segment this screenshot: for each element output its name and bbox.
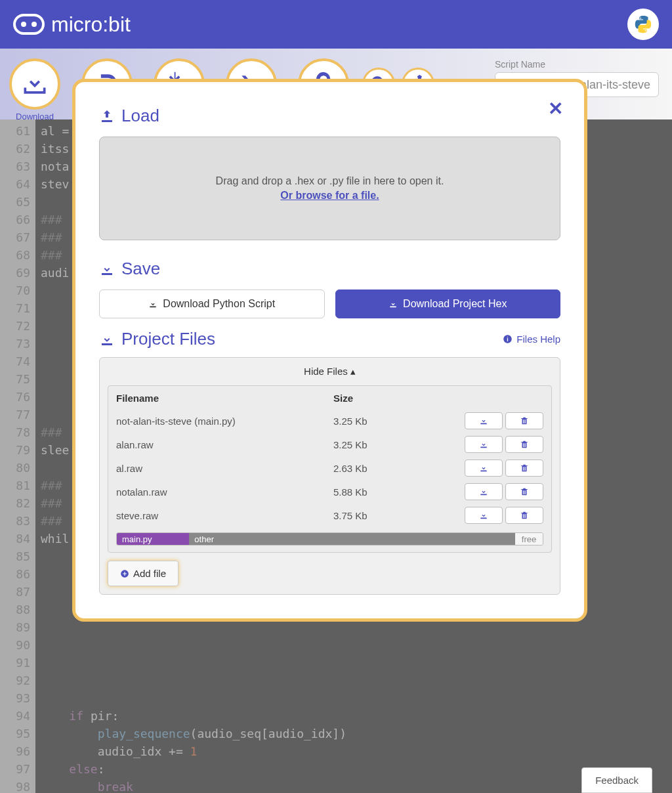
- file-name: al.raw: [116, 456, 333, 480]
- close-icon[interactable]: ✕: [548, 98, 563, 119]
- download-icon: [99, 261, 115, 277]
- file-name: notalan.raw: [116, 480, 333, 504]
- table-row: alan.raw3.25 Kb: [116, 433, 543, 456]
- table-row: steve.raw3.75 Kb: [116, 504, 543, 527]
- browse-link[interactable]: Or browse for a file.: [280, 190, 379, 202]
- logo[interactable]: micro:bit: [13, 12, 131, 37]
- info-icon: i: [503, 334, 513, 344]
- files-panel: Hide Files ▴ Filename Size not-alan-its-…: [99, 357, 560, 595]
- gutter: 6162636465666768697071727374757677787980…: [0, 119, 35, 793]
- svg-text:i: i: [507, 336, 509, 343]
- upload-icon: [99, 108, 115, 124]
- file-size: 3.25 Kb: [333, 433, 395, 456]
- download-icon: [99, 332, 115, 347]
- file-table: Filename Size not-alan-its-steve (main.p…: [116, 393, 543, 527]
- file-size: 2.63 Kb: [333, 456, 395, 480]
- col-size: Size: [333, 393, 395, 409]
- files-help-link[interactable]: i Files Help: [503, 333, 560, 345]
- delete-file-button[interactable]: [505, 436, 543, 453]
- brand-text: micro:bit: [51, 12, 131, 37]
- storage-main: main.py: [117, 533, 189, 545]
- col-filename: Filename: [116, 393, 333, 409]
- file-size: 3.75 Kb: [333, 504, 395, 527]
- table-row: notalan.raw5.88 Kb: [116, 480, 543, 504]
- delete-file-button[interactable]: [505, 460, 543, 477]
- download-icon: [388, 299, 398, 309]
- delete-file-button[interactable]: [505, 507, 543, 524]
- download-file-button[interactable]: [465, 483, 503, 500]
- load-save-modal: ✕ Load Drag and drop a .hex or .py file …: [72, 79, 587, 622]
- save-section-title: Save: [99, 259, 560, 279]
- script-name-label: Script Name: [495, 59, 659, 70]
- file-name: not-alan-its-steve (main.py): [116, 409, 333, 433]
- dropzone-text: Drag and drop a .hex or .py file in here…: [216, 175, 444, 187]
- download-file-button[interactable]: [465, 460, 503, 477]
- download-file-button[interactable]: [465, 412, 503, 429]
- download-file-button[interactable]: [465, 507, 503, 524]
- storage-bar: main.py other free: [116, 532, 543, 546]
- file-name: alan.raw: [116, 433, 333, 456]
- storage-free: free: [515, 533, 543, 545]
- python-icon[interactable]: [627, 9, 659, 40]
- project-files-title: Project Files: [99, 329, 215, 349]
- feedback-button[interactable]: Feedback: [581, 767, 652, 793]
- microbit-logo-icon: [13, 14, 45, 35]
- hide-files-toggle[interactable]: Hide Files ▴: [108, 366, 552, 377]
- add-file-button[interactable]: Add file: [108, 561, 178, 586]
- download-file-button[interactable]: [465, 436, 503, 453]
- plus-icon: [120, 569, 129, 578]
- table-row: al.raw2.63 Kb: [116, 456, 543, 480]
- download-hex-button[interactable]: Download Project Hex: [335, 289, 561, 318]
- download-icon: [148, 299, 158, 309]
- download-button[interactable]: Download: [9, 58, 60, 110]
- file-size: 5.88 Kb: [333, 480, 395, 504]
- storage-other: other: [189, 533, 515, 545]
- dropzone[interactable]: Drag and drop a .hex or .py file in here…: [99, 137, 560, 240]
- file-name: steve.raw: [116, 504, 333, 527]
- download-python-button[interactable]: Download Python Script: [99, 289, 325, 318]
- delete-file-button[interactable]: [505, 483, 543, 500]
- table-row: not-alan-its-steve (main.py)3.25 Kb: [116, 409, 543, 433]
- header: micro:bit: [0, 0, 672, 49]
- file-size: 3.25 Kb: [333, 409, 395, 433]
- delete-file-button[interactable]: [505, 412, 543, 429]
- load-section-title: Load: [99, 106, 560, 126]
